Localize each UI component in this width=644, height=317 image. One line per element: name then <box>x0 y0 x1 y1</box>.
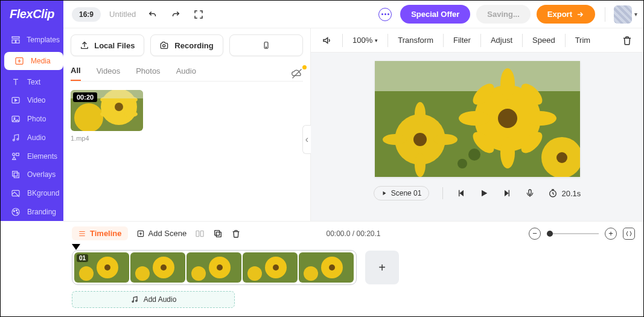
svg-point-15 <box>13 210 14 211</box>
media-icon <box>14 56 25 66</box>
split-icon[interactable] <box>195 229 205 239</box>
next-scene-icon[interactable] <box>502 188 512 198</box>
zoom-in-button[interactable]: + <box>605 228 617 240</box>
undo-icon[interactable] <box>147 8 159 21</box>
tab-audio[interactable]: Audio <box>176 66 196 80</box>
sidebar-item-video[interactable]: Video <box>1 91 60 110</box>
sidebar-item-elements[interactable]: Elements <box>1 147 60 165</box>
media-panel: Local Files Recording All Videos Photos … <box>63 28 311 221</box>
sidebar-item-label: BKground <box>27 189 59 197</box>
svg-point-76 <box>247 266 262 281</box>
svg-point-71 <box>217 264 223 271</box>
play-icon[interactable] <box>479 188 489 198</box>
svg-point-52 <box>468 149 480 161</box>
svg-point-75 <box>273 264 279 271</box>
svg-point-67 <box>161 264 167 271</box>
saving-status: Saving... <box>476 5 530 24</box>
speed-button[interactable]: Speed <box>529 36 559 45</box>
project-title[interactable]: Untitled <box>109 10 136 19</box>
trash-icon[interactable] <box>231 229 241 239</box>
preview-canvas[interactable] <box>375 61 580 177</box>
tab-videos[interactable]: Videos <box>97 66 121 80</box>
zoom-out-button[interactable]: − <box>529 228 541 240</box>
sidebar-item-audio[interactable]: Audio <box>1 129 60 147</box>
volume-icon[interactable] <box>318 35 336 46</box>
redo-icon[interactable] <box>170 8 182 21</box>
transform-button[interactable]: Transform <box>394 36 437 45</box>
mic-icon[interactable] <box>525 188 535 198</box>
sidebar-item-branding[interactable]: Branding <box>1 202 60 221</box>
overlays-icon <box>10 170 21 179</box>
adjust-button[interactable]: Adjust <box>487 36 516 45</box>
svg-point-35 <box>498 109 517 128</box>
filter-button[interactable]: Filter <box>450 36 474 45</box>
prev-scene-icon[interactable] <box>456 188 466 198</box>
playhead[interactable] <box>72 244 80 250</box>
aspect-ratio-chip[interactable]: 16:9 <box>72 7 101 22</box>
local-files-button[interactable]: Local Files <box>71 34 144 56</box>
svg-rect-1 <box>12 40 15 43</box>
svg-rect-33 <box>375 61 580 91</box>
svg-point-72 <box>191 266 206 281</box>
sidebar-item-overlays[interactable]: Overlays <box>1 165 60 184</box>
svg-point-37 <box>500 137 515 168</box>
panel-collapse-handle[interactable]: ‹ <box>302 125 311 154</box>
recording-button[interactable]: Recording <box>150 34 224 56</box>
chevron-down-icon[interactable]: ▾ <box>634 11 637 18</box>
branding-icon <box>10 207 21 217</box>
trim-button[interactable]: Trim <box>572 36 595 45</box>
video-icon <box>10 95 21 105</box>
svg-point-18 <box>163 45 165 47</box>
copy-icon[interactable] <box>213 229 223 239</box>
sidebar-item-label: Elements <box>27 152 57 161</box>
play-controls: Scene 01 20.1s <box>374 184 581 202</box>
media-filename: 1.mp4 <box>71 135 143 142</box>
add-scene-button[interactable]: Add Scene <box>136 229 187 238</box>
delete-icon[interactable] <box>618 35 636 46</box>
svg-point-53 <box>457 159 467 168</box>
fullscreen-icon[interactable] <box>193 8 205 21</box>
cloud-off-icon[interactable] <box>291 68 303 80</box>
svg-point-16 <box>16 210 17 211</box>
frame-number: 01 <box>77 254 88 262</box>
zoom-slider[interactable] <box>547 233 599 234</box>
add-scene-box[interactable]: + <box>365 251 399 284</box>
svg-point-17 <box>17 212 18 213</box>
svg-rect-54 <box>529 190 531 194</box>
svg-point-79 <box>329 264 335 271</box>
svg-point-82 <box>135 300 136 301</box>
logo[interactable]: FlexClip <box>1 1 63 28</box>
special-offer-button[interactable]: Special Offer <box>400 5 470 24</box>
chat-icon[interactable] <box>378 8 392 21</box>
photo-icon <box>10 114 21 124</box>
svg-rect-59 <box>216 232 221 237</box>
background-icon <box>10 188 21 198</box>
fit-timeline-button[interactable] <box>623 228 635 240</box>
timeline-tab[interactable]: Timeline <box>72 226 128 240</box>
sidebar-item-photo[interactable]: Photo <box>1 110 60 129</box>
scene-chip[interactable]: Scene 01 <box>374 186 430 200</box>
media-item[interactable]: 00:20 1.mp4 <box>71 90 143 142</box>
svg-point-63 <box>104 264 110 271</box>
tab-photos[interactable]: Photos <box>136 66 160 80</box>
sidebar-item-label: Audio <box>27 133 46 142</box>
preview-toolbar: 100%▾ Transform Filter Adjust Speed Trim <box>311 28 643 53</box>
svg-point-8 <box>17 138 19 140</box>
zoom-dropdown[interactable]: 100%▾ <box>349 36 381 45</box>
timeline-clip[interactable]: 01 <box>72 250 357 285</box>
sidebar-item-bkground[interactable]: BKground <box>1 184 60 203</box>
templates-icon <box>10 35 21 45</box>
duration-indicator[interactable]: 20.1s <box>548 188 581 198</box>
sidebar-item-templates[interactable]: Templates <box>1 31 60 50</box>
mobile-upload-button[interactable] <box>229 34 303 56</box>
svg-point-48 <box>383 134 407 145</box>
add-audio-button[interactable]: Add Audio <box>72 291 235 308</box>
tab-all[interactable]: All <box>71 66 81 81</box>
avatar[interactable] <box>614 5 632 24</box>
export-button[interactable]: Export <box>537 5 595 24</box>
sidebar-item-text[interactable]: Text <box>1 72 60 91</box>
sidebar: Templates Media Text Video Photo Audio E… <box>1 28 63 221</box>
sidebar-item-label: Photo <box>27 115 46 123</box>
sidebar-item-media[interactable]: Media <box>4 52 63 71</box>
svg-point-47 <box>415 153 426 177</box>
